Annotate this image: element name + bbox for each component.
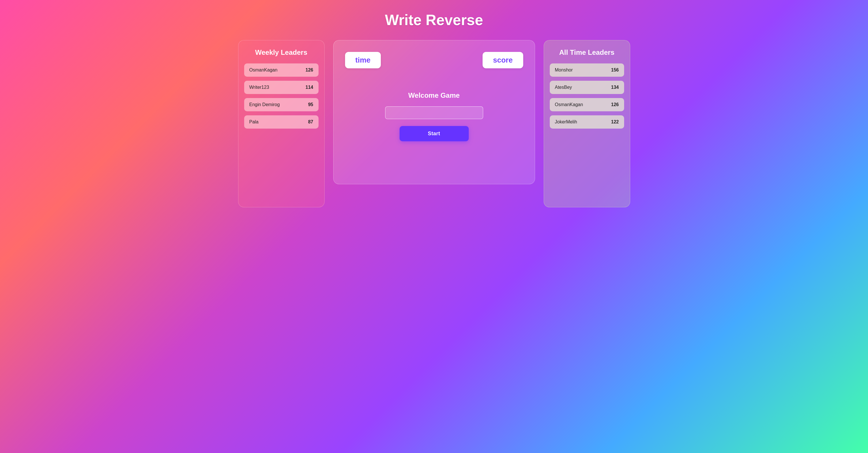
start-button[interactable]: Start <box>400 126 469 141</box>
leader-name: OsmanKagan <box>249 67 278 73</box>
leader-score: 114 <box>306 85 313 90</box>
main-layout: Weekly Leaders OsmanKagan 126 Writer123 … <box>204 40 665 207</box>
game-center: Welcome Game Start <box>345 91 523 141</box>
all-time-leaders-title: All Time Leaders <box>550 49 624 57</box>
game-stats-row: time score <box>345 52 523 68</box>
leader-score: 126 <box>611 102 619 107</box>
game-panel: time score Welcome Game Start <box>333 40 535 184</box>
time-display: time <box>345 52 381 68</box>
all-time-leaders-list: Monshor 156 AtesBey 134 OsmanKagan 126 J… <box>550 63 624 129</box>
leader-score: 95 <box>308 102 313 107</box>
list-item: OsmanKagan 126 <box>550 98 624 111</box>
name-input[interactable] <box>385 107 483 119</box>
score-display: score <box>483 52 523 68</box>
all-time-leaders-panel: All Time Leaders Monshor 156 AtesBey 134… <box>544 40 630 207</box>
leader-score: 156 <box>611 67 619 73</box>
leader-name: Monshor <box>555 67 573 73</box>
weekly-leaders-title: Weekly Leaders <box>244 49 318 57</box>
list-item: JokerMelih 122 <box>550 115 624 129</box>
leader-score: 122 <box>611 119 619 125</box>
list-item: OsmanKagan 126 <box>244 63 318 77</box>
list-item: Pala 87 <box>244 115 318 129</box>
leader-name: OsmanKagan <box>555 102 583 107</box>
welcome-text: Welcome Game <box>408 91 460 99</box>
page-title: Write Reverse <box>6 11 862 29</box>
weekly-leaders-panel: Weekly Leaders OsmanKagan 126 Writer123 … <box>238 40 324 207</box>
leader-name: Writer123 <box>249 85 269 90</box>
leader-name: AtesBey <box>555 85 572 90</box>
weekly-leaders-list: OsmanKagan 126 Writer123 114 Engin Demir… <box>244 63 318 129</box>
leader-score: 126 <box>306 67 313 73</box>
list-item: Writer123 114 <box>244 81 318 94</box>
list-item: Engin Demirog 95 <box>244 98 318 111</box>
leader-name: JokerMelih <box>555 119 577 125</box>
leader-score: 134 <box>611 85 619 90</box>
leader-name: Engin Demirog <box>249 102 280 107</box>
leader-name: Pala <box>249 119 258 125</box>
list-item: AtesBey 134 <box>550 81 624 94</box>
list-item: Monshor 156 <box>550 63 624 77</box>
leader-score: 87 <box>308 119 313 125</box>
